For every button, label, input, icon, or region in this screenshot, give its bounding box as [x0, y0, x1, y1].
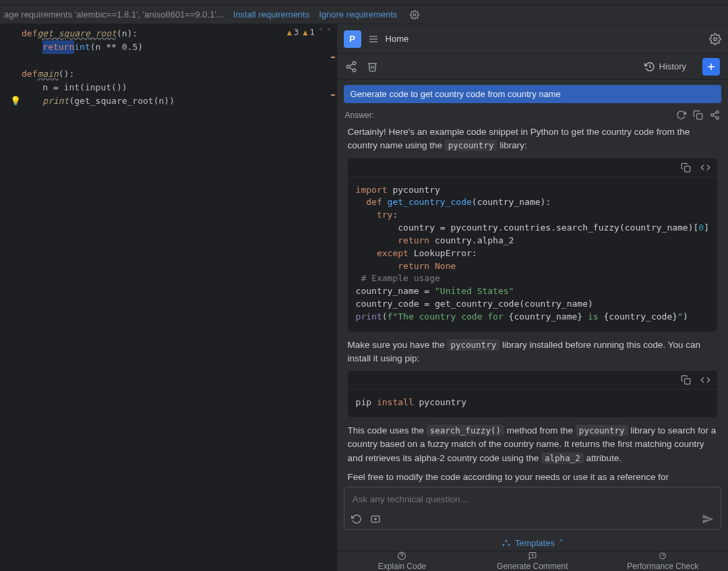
ignore-requirements-link[interactable]: Ignore requirements — [319, 9, 397, 20]
chat-input[interactable] — [344, 487, 721, 530]
home-tab[interactable]: Home — [386, 34, 409, 44]
code-editor[interactable]: ▲3 ▲1 ˄ ˅ def get_square_root(n): return… — [0, 24, 336, 571]
prev-highlight-icon[interactable]: ˄ — [319, 26, 323, 39]
performance-check-button[interactable]: Performance Check — [598, 551, 728, 571]
svg-point-13 — [716, 111, 719, 113]
requirements-notification: age requirements 'alembic==1.8.1', 'anis… — [0, 5, 728, 24]
svg-point-0 — [413, 13, 416, 16]
warning-icon: ▲ — [287, 26, 292, 39]
generate-comment-button[interactable]: Generate Comment — [467, 551, 597, 571]
svg-rect-19 — [685, 379, 690, 384]
insert-code-icon[interactable] — [700, 162, 710, 173]
svg-point-15 — [716, 117, 719, 119]
project-badge[interactable]: P — [344, 30, 361, 48]
svg-point-4 — [714, 37, 717, 40]
svg-point-5 — [353, 61, 356, 65]
answer-body: Certainly! Here's an example code snippe… — [344, 124, 721, 487]
svg-point-14 — [711, 114, 714, 117]
menu-icon[interactable] — [368, 34, 379, 44]
history-button[interactable]: History — [644, 61, 686, 72]
copy-code-icon[interactable] — [681, 375, 691, 385]
answer-label: Answer: — [345, 111, 374, 120]
chevron-up-icon: ˄ — [559, 538, 564, 548]
delete-icon[interactable] — [367, 61, 378, 72]
next-highlight-icon[interactable]: ˅ — [327, 26, 331, 39]
svg-rect-18 — [685, 166, 690, 171]
insert-code-icon[interactable] — [700, 375, 710, 385]
new-chat-button[interactable] — [702, 58, 720, 76]
copy-answer-icon[interactable] — [693, 110, 703, 120]
share-icon[interactable] — [345, 61, 357, 73]
svg-line-8 — [349, 67, 353, 69]
code-block-2: pip install pycountry — [348, 371, 717, 417]
chat-textarea[interactable] — [344, 487, 721, 510]
undo-icon[interactable] — [351, 514, 362, 524]
ai-assistant-panel: P Home History — [336, 24, 728, 571]
svg-point-7 — [353, 69, 356, 72]
user-message: Generate code to get country code from c… — [344, 85, 721, 103]
attach-icon[interactable] — [370, 514, 381, 524]
svg-line-17 — [713, 113, 716, 115]
requirements-message: age requirements 'alembic==1.8.1', 'anis… — [4, 9, 224, 20]
code-block-1: import pycountry def get_country_code(co… — [348, 158, 717, 332]
send-icon[interactable] — [702, 513, 714, 525]
explain-code-button[interactable]: Explain Code — [337, 551, 467, 571]
inspections-widget[interactable]: ▲3 ▲1 ˄ ˅ — [287, 26, 331, 39]
svg-line-16 — [713, 115, 716, 117]
assistant-settings-icon[interactable] — [709, 33, 721, 45]
svg-point-6 — [346, 65, 350, 68]
regenerate-icon[interactable] — [676, 110, 686, 120]
install-requirements-link[interactable]: Install requirements — [233, 9, 309, 20]
weak-warning-icon: ▲ — [303, 26, 307, 39]
intention-bulb-icon[interactable]: 💡 — [10, 94, 21, 108]
requirements-settings-icon[interactable] — [410, 10, 419, 20]
templates-toggle[interactable]: Templates ˄ — [337, 535, 728, 551]
svg-rect-12 — [697, 114, 702, 119]
share-answer-icon[interactable] — [710, 110, 720, 120]
copy-code-icon[interactable] — [681, 162, 691, 173]
svg-line-9 — [349, 63, 353, 65]
